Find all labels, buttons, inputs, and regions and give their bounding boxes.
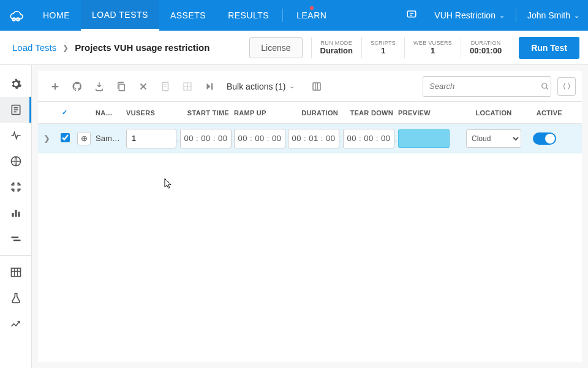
expand-row-icon[interactable]: ❯ [38,134,55,143]
sidebar-table[interactable] [0,259,31,285]
search-box [423,76,551,97]
add-button[interactable] [44,75,66,98]
sidebar-scripts[interactable] [0,97,31,123]
nav-assets[interactable]: ASSETS [159,0,217,31]
col-active: ACTIVE [530,109,568,117]
runmode-label: RUN MODE [321,40,352,46]
document-icon[interactable] [154,75,176,98]
start-time-input[interactable] [180,129,232,148]
sidebar [0,65,32,368]
svg-rect-2 [408,11,417,17]
sidebar-globe[interactable] [0,148,31,174]
svg-rect-8 [11,237,18,239]
search-icon[interactable] [539,77,551,96]
bulk-actions-dropdown[interactable]: Bulk actions (1)⌄ [227,82,295,91]
table-header: ✓ NA… VUSERS START TIME RAMP UP DURATION… [38,102,582,124]
chat-icon[interactable] [398,9,426,22]
duration-label: DURATION [471,40,501,46]
check-all-icon[interactable]: ✓ [55,109,75,117]
sidebar-settings[interactable] [0,71,31,97]
rampup-input[interactable] [234,129,285,148]
nav-load-tests[interactable]: LOAD TESTS [81,0,159,31]
runmode-value: Duration [320,46,353,55]
breadcrumb-link[interactable]: Load Tests [12,42,56,53]
sidebar-distribution[interactable] [0,226,31,251]
duration-value: 00:01:00 [470,46,502,55]
app-logo[interactable] [0,0,32,31]
col-vusers[interactable]: VUSERS [124,109,178,117]
nav-learn[interactable]: LEARN [285,0,337,31]
toolbar: Bulk actions (1)⌄ ⟨ ⟩ [38,71,582,102]
row-checkbox[interactable] [61,133,70,142]
col-ramp[interactable]: RAMP UP [232,109,285,117]
copy-icon[interactable] [110,75,132,98]
delete-icon[interactable] [132,75,154,98]
search-input[interactable] [423,82,539,91]
col-duration[interactable]: DURATION [285,109,341,117]
chevron-down-icon: ⌄ [574,12,579,20]
scripts-value: 1 [381,46,385,55]
user-dropdown[interactable]: John Smith⌄ [519,10,588,20]
expand-icon[interactable]: ⟨ ⟩ [557,77,576,96]
chevron-down-icon: ⌄ [499,12,505,20]
col-name[interactable]: NA… [93,109,124,117]
scripts-panel: Bulk actions (1)⌄ ⟨ ⟩ ✓ NA… VUSERS START… [38,71,582,362]
row-name[interactable]: Samp… [93,134,124,143]
columns-icon[interactable] [306,75,328,98]
webvusers-label: WEB VUSERS [413,40,452,46]
nav-divider [516,9,516,22]
vusers-input[interactable] [126,129,176,148]
download-icon[interactable] [88,75,110,98]
nav-results[interactable]: RESULTS [217,0,280,31]
sidebar-monitor[interactable] [0,123,31,148]
svg-rect-14 [313,83,320,90]
active-toggle[interactable] [533,132,556,145]
teardown-input[interactable] [343,129,394,148]
sub-bar: Load Tests ❯ Projects VUH usage restrict… [0,31,588,65]
skip-icon[interactable] [198,75,221,98]
table-row: ❯ ⊕ Samp… Cloud [38,124,582,153]
sidebar-trend[interactable] [0,311,31,337]
license-button[interactable]: License [249,37,302,58]
svg-rect-11 [119,84,124,91]
svg-point-15 [541,83,546,88]
nav-divider [282,9,283,22]
sidebar-analytics[interactable] [0,200,31,226]
scripts-label: SCRIPTS [371,40,396,46]
col-start[interactable]: START TIME [178,109,232,117]
svg-rect-5 [12,213,13,217]
svg-rect-10 [11,268,20,276]
nav-home[interactable]: HOME [32,0,81,31]
svg-rect-6 [15,210,17,217]
preview-sparkline [398,129,450,148]
webvusers-value: 1 [431,46,435,55]
duration-input[interactable] [288,129,339,148]
svg-rect-7 [18,212,20,217]
page-title: Projects VUH usage restriction [75,42,209,53]
col-preview: PREVIEW [396,109,457,117]
run-test-button[interactable]: Run Test [519,37,579,59]
script-type-icon: ⊕ [77,132,91,145]
sidebar-lab[interactable] [0,285,31,311]
grid-icon[interactable] [176,75,198,98]
github-icon[interactable] [66,75,88,98]
col-tear[interactable]: TEAR DOWN [341,109,396,117]
restriction-dropdown[interactable]: VUH Restriction⌄ [426,10,513,20]
location-select[interactable]: Cloud [466,129,521,148]
svg-rect-9 [13,240,20,242]
notification-dot [310,6,314,10]
top-nav: HOME LOAD TESTS ASSETS RESULTS LEARN VUH… [0,0,588,31]
chevron-down-icon: ⌄ [289,82,295,90]
col-location[interactable]: LOCATION [457,109,530,117]
breadcrumb-separator: ❯ [62,44,69,52]
sidebar-collapse[interactable] [0,174,31,200]
